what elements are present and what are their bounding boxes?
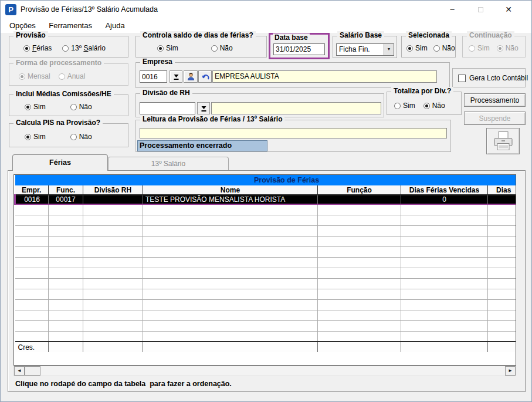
- data-base-input[interactable]: [273, 43, 325, 55]
- grid-table: Provisão de FériasEmpr.Func.Divisão RHNo…: [14, 175, 516, 352]
- radio-controla-sim[interactable]: Sim: [157, 44, 178, 52]
- radio-selecionada-nao[interactable]: Não: [433, 44, 455, 52]
- radio-controla-nao[interactable]: Não: [211, 44, 233, 52]
- horizontal-scrollbar[interactable]: ◄ ►: [13, 366, 516, 376]
- group-totaliza-div: Totaliza por Div.? Sim Não: [387, 92, 462, 115]
- table-row[interactable]: [15, 204, 517, 215]
- status-processamento: Processamento encerrado: [137, 140, 267, 151]
- scrollbar-thumb[interactable]: [25, 366, 40, 376]
- column-header[interactable]: Empr.: [15, 185, 49, 195]
- processamento-button[interactable]: Processamento: [464, 93, 526, 107]
- combobox-value: Ficha Fin.: [339, 44, 370, 55]
- column-header[interactable]: Nome: [143, 185, 318, 195]
- scroll-left-icon[interactable]: ◄: [14, 366, 25, 376]
- group-title: Selecionada: [406, 31, 452, 39]
- suspende-button[interactable]: Suspende: [464, 112, 526, 125]
- grid-title: Provisão de Férias: [15, 175, 517, 185]
- group-empresa: Empresa EMPRESA AULISTA: [135, 62, 450, 88]
- empresa-name-field[interactable]: EMPRESA AULISTA: [212, 70, 437, 83]
- radio-selecionada-sim[interactable]: Sim: [406, 44, 428, 52]
- divisao-name-field[interactable]: [211, 102, 381, 114]
- group-leitura: Leitura da Provisão de Férias / 13º Salá…: [135, 120, 451, 152]
- radio-ferias[interactable]: Férias: [23, 44, 52, 52]
- table-row[interactable]: 001600017 TESTE PROVISÃO MENSALISTA HORI…: [15, 195, 517, 204]
- footer-cell: [318, 342, 401, 352]
- radio-mensal: Mensal: [19, 72, 50, 80]
- radio-icon: [497, 45, 503, 52]
- close-button[interactable]: ✕: [496, 1, 521, 18]
- footer-cell: [143, 342, 318, 352]
- radio-icon: [25, 134, 31, 140]
- group-title: Forma de processamento: [13, 59, 104, 67]
- tab-13-salario[interactable]: 13º Salário: [108, 157, 229, 171]
- table-row[interactable]: [15, 278, 517, 289]
- empresa-code-input[interactable]: [140, 70, 167, 83]
- column-header[interactable]: Func.: [49, 185, 83, 195]
- radio-pis-nao[interactable]: Não: [70, 133, 92, 141]
- provisao-grid: Provisão de FériasEmpr.Func.Divisão RHNo…: [13, 174, 516, 366]
- group-calcula-pis: Calcula PIS na Provisão? Sim Não: [9, 123, 128, 147]
- leitura-field[interactable]: [140, 128, 447, 138]
- radio-totaliza-nao[interactable]: Não: [423, 102, 445, 110]
- empresa-lookup-button[interactable]: [184, 70, 198, 83]
- table-row[interactable]: [15, 310, 517, 320]
- empresa-dropdown-button[interactable]: [170, 70, 182, 83]
- group-inclui-medias: Inclui Médias Comissões/HE Sim Não: [9, 94, 128, 116]
- group-title: Data base: [273, 33, 310, 42]
- table-row[interactable]: [15, 257, 517, 268]
- radio-inclui-sim[interactable]: Sim: [25, 103, 46, 111]
- divisao-code-input[interactable]: [140, 102, 195, 114]
- group-title: Inclui Médias Comissões/HE: [13, 90, 114, 98]
- table-footer-row[interactable]: Cres.: [15, 342, 517, 352]
- table-row[interactable]: [15, 299, 517, 310]
- gera-lcto-checkbox[interactable]: [458, 75, 466, 82]
- chevron-down-icon[interactable]: ▼: [384, 44, 394, 55]
- group-title: Divisão de RH: [140, 89, 192, 97]
- group-provisao: Provisão Férias 13º Salário: [9, 36, 128, 58]
- footer-cell: [49, 342, 83, 352]
- table-row[interactable]: [15, 268, 517, 278]
- menu-ajuda[interactable]: Ajuda: [100, 18, 130, 33]
- table-row[interactable]: [15, 320, 517, 331]
- table-row[interactable]: [15, 246, 517, 257]
- table-row[interactable]: [15, 289, 517, 299]
- column-header[interactable]: Divisão RH: [83, 185, 143, 195]
- minimize-button[interactable]: –: [439, 1, 465, 18]
- empresa-undo-button[interactable]: [198, 70, 212, 83]
- group-salario-base: Salário Base Ficha Fin. ▼: [333, 36, 397, 58]
- group-divisao-rh: Divisão de RH: [135, 93, 384, 117]
- radio-continuacao-sim: Sim: [469, 44, 490, 52]
- radio-icon: [25, 104, 31, 110]
- divisao-dropdown-button[interactable]: [197, 102, 210, 114]
- radio-icon: [157, 45, 164, 52]
- radio-icon: [62, 45, 69, 52]
- table-row[interactable]: [15, 331, 517, 342]
- table-row[interactable]: [15, 225, 517, 236]
- radio-pis-sim[interactable]: Sim: [25, 133, 46, 141]
- footer-cell: [83, 342, 143, 352]
- radio-13-salario[interactable]: 13º Salário: [62, 44, 105, 52]
- radio-icon: [433, 45, 440, 52]
- print-button[interactable]: [486, 128, 520, 154]
- salario-base-combobox[interactable]: Ficha Fin. ▼: [336, 43, 394, 56]
- radio-totaliza-sim[interactable]: Sim: [394, 102, 415, 110]
- column-header[interactable]: Dias: [488, 185, 517, 195]
- radio-inclui-nao[interactable]: Não: [70, 103, 92, 111]
- group-title: Salário Base: [337, 31, 384, 39]
- table-row[interactable]: [15, 236, 517, 246]
- footer-cell: [488, 342, 517, 352]
- maximize-button[interactable]: [467, 1, 493, 18]
- radio-icon: [423, 103, 430, 109]
- group-title: Totaliza por Div.?: [391, 87, 453, 95]
- column-header[interactable]: Dias Férias Vencidas: [401, 185, 488, 195]
- column-header[interactable]: Função: [318, 185, 401, 195]
- undo-arrow-icon: [201, 73, 209, 80]
- tab-panel: Provisão de FériasEmpr.Func.Divisão RHNo…: [8, 170, 526, 392]
- table-row[interactable]: [15, 215, 517, 225]
- menu-ferramentas[interactable]: Ferramentas: [43, 18, 97, 33]
- footer-cell: [401, 342, 488, 352]
- radio-continuacao-nao: Não: [497, 44, 519, 52]
- tab-ferias[interactable]: Férias: [12, 154, 108, 171]
- group-selecionada: Selecionada Sim Não: [401, 36, 456, 58]
- scroll-right-icon[interactable]: ►: [505, 366, 516, 376]
